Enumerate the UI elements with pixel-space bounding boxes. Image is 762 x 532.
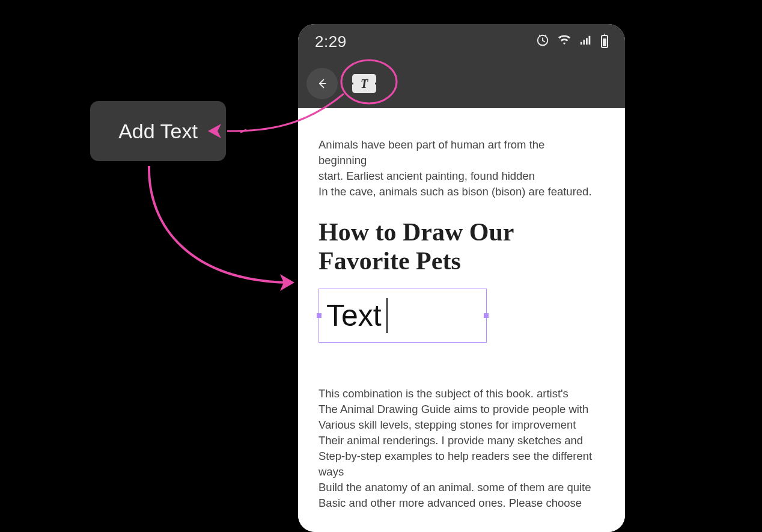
intro-line: start. Earliest ancient painting, found …	[319, 168, 595, 184]
intro-line: In the cave, animals such as bison (biso…	[319, 184, 595, 200]
resize-handle-right[interactable]	[484, 313, 489, 318]
back-button[interactable]	[306, 68, 338, 99]
text-icon: T	[361, 77, 368, 91]
wifi-icon	[558, 34, 571, 49]
body-line: Build the anatomy of an animal. some of …	[319, 480, 595, 495]
body-line: This combination is the subject of this …	[319, 386, 595, 402]
body-line: The Animal Drawing Guide aims to provide…	[319, 402, 595, 417]
app-toolbar: T	[298, 59, 625, 108]
text-cursor	[386, 298, 388, 333]
text-box-value: Text	[326, 298, 382, 333]
resize-handle-left[interactable]	[317, 313, 322, 318]
body-line: Various skill levels, stepping stones fo…	[319, 417, 595, 433]
arrow-left-icon	[316, 78, 328, 90]
add-text-tooltip-label: Add Text	[118, 120, 198, 143]
signal-icon	[579, 34, 593, 49]
phone-mockup: 2:29 T Animals have been	[298, 24, 625, 532]
status-time: 2:29	[315, 32, 347, 51]
body-line: Their animal renderings. I provide many …	[319, 433, 595, 448]
add-text-tooltip: Add Text	[90, 101, 226, 161]
document-canvas[interactable]: Animals have been part of human art from…	[298, 108, 625, 532]
page-heading: How to Draw Our Favorite Pets	[319, 218, 559, 275]
add-text-button[interactable]: T	[352, 74, 376, 93]
intro-line: Animals have been part of human art from…	[319, 137, 595, 168]
battery-icon	[601, 35, 608, 48]
text-insert-box[interactable]: Text	[319, 289, 487, 343]
intro-paragraph: Animals have been part of human art from…	[319, 137, 595, 200]
status-icons	[536, 34, 608, 49]
body-line: Step-by-step examples to help readers se…	[319, 448, 595, 480]
body-line: Basic and other more advanced ones. Plea…	[319, 495, 595, 511]
body-paragraph: This combination is the subject of this …	[319, 386, 595, 511]
alarm-icon	[536, 34, 549, 49]
status-bar: 2:29	[298, 24, 625, 59]
